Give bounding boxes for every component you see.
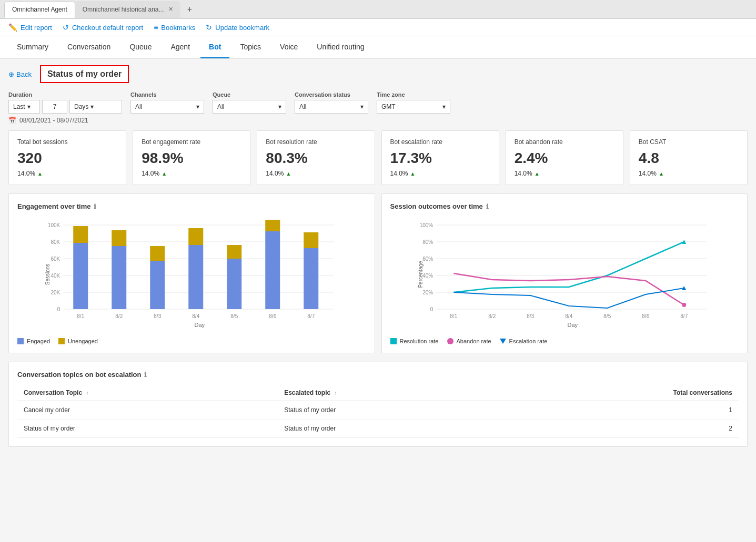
svg-text:40%: 40% bbox=[422, 273, 433, 279]
page-title: Status of my order bbox=[40, 65, 129, 83]
svg-rect-20 bbox=[150, 246, 165, 261]
queue-filter: Queue All ▾ bbox=[213, 91, 286, 114]
chart-legend: Engaged Unengaged bbox=[17, 338, 366, 344]
tab-label: Omnichannel Agent bbox=[12, 6, 67, 13]
svg-text:8/5: 8/5 bbox=[230, 313, 238, 319]
tab-topics[interactable]: Topics bbox=[231, 36, 269, 58]
svg-text:8/5: 8/5 bbox=[603, 313, 611, 319]
close-icon[interactable]: ✕ bbox=[168, 6, 173, 13]
tab-agent[interactable]: Agent bbox=[162, 36, 198, 58]
cell-topic: Cancel my order bbox=[17, 401, 278, 420]
main-content: ⊕ Back Status of my order Duration Last … bbox=[0, 59, 756, 453]
engagement-chart-svg: 100K 80K 60K 40K 20K 0 Sessions bbox=[17, 217, 366, 332]
tab-summary[interactable]: Summary bbox=[8, 36, 57, 58]
browser-tabs: Omnichannel Agent Omnichannel historical… bbox=[0, 0, 756, 19]
col-escalated-topic[interactable]: Escalated topic ↑ bbox=[278, 385, 498, 401]
cell-escalated: Status of my order bbox=[278, 420, 498, 438]
svg-rect-32 bbox=[304, 232, 318, 248]
table-row: Status of my order Status of my order 2 bbox=[17, 420, 739, 438]
legend-color bbox=[17, 338, 24, 344]
trend-up-icon: ▲ bbox=[37, 171, 43, 177]
svg-text:8/7: 8/7 bbox=[307, 313, 315, 319]
kpi-value: 98.9% bbox=[142, 150, 241, 167]
legend-color bbox=[500, 339, 506, 344]
col-conversation-topic[interactable]: Conversation Topic ↑ bbox=[17, 385, 278, 401]
tab-unified-routing[interactable]: Unified routing bbox=[308, 36, 372, 58]
trend-up-icon: ▲ bbox=[286, 171, 291, 177]
date-range-text: 08/01/2021 - 08/07/2021 bbox=[19, 117, 88, 124]
svg-rect-19 bbox=[150, 261, 165, 309]
tab-queue[interactable]: Queue bbox=[121, 36, 160, 58]
bookmarks-button[interactable]: ≡ Bookmarks bbox=[154, 23, 195, 32]
table-title: Conversation topics on bot escalation ℹ bbox=[17, 371, 739, 379]
legend-color bbox=[58, 338, 65, 344]
conv-status-select[interactable]: All ▾ bbox=[295, 100, 368, 114]
edit-report-button[interactable]: ✏️ Edit report bbox=[8, 23, 52, 32]
kpi-value: 80.3% bbox=[266, 150, 366, 167]
checkout-default-button[interactable]: ↺ Checkout default report bbox=[63, 23, 143, 32]
info-icon[interactable]: ℹ bbox=[144, 371, 147, 379]
sort-icon: ↑ bbox=[335, 390, 337, 396]
duration-number-input[interactable]: 7 bbox=[42, 100, 67, 114]
channels-label: Channels bbox=[130, 91, 204, 98]
kpi-change: 14.0% ▲ bbox=[266, 170, 366, 177]
trend-up-icon: ▲ bbox=[535, 171, 540, 177]
kpi-title: Total bot sessions bbox=[17, 138, 117, 146]
info-icon[interactable]: ℹ bbox=[486, 203, 489, 210]
duration-unit-select[interactable]: Days ▾ bbox=[69, 100, 122, 114]
kpi-resolution-rate: Bot resolution rate 80.3% 14.0% ▲ bbox=[257, 130, 375, 185]
tab-historical[interactable]: Omnichannel historical ana... ✕ bbox=[75, 1, 180, 18]
kpi-value: 4.8 bbox=[639, 150, 739, 167]
checkout-label: Checkout default report bbox=[72, 24, 143, 32]
kpi-change: 14.0% ▲ bbox=[390, 170, 490, 177]
sort-icon: ↑ bbox=[86, 390, 88, 396]
svg-text:8/2: 8/2 bbox=[115, 313, 123, 319]
table-section: Conversation topics on bot escalation ℹ … bbox=[8, 362, 748, 447]
update-bookmark-button[interactable]: ↻ Update bookmark bbox=[206, 23, 269, 32]
back-button[interactable]: ⊕ Back bbox=[8, 70, 32, 78]
kpi-row: Total bot sessions 320 14.0% ▲ Bot engag… bbox=[8, 130, 748, 185]
chevron-down-icon: ▾ bbox=[442, 103, 446, 110]
queue-select[interactable]: All ▾ bbox=[213, 100, 286, 114]
svg-text:60K: 60K bbox=[51, 256, 60, 262]
timezone-select[interactable]: GMT ▾ bbox=[377, 100, 450, 114]
svg-text:8/3: 8/3 bbox=[527, 313, 534, 319]
tab-conversation[interactable]: Conversation bbox=[59, 36, 119, 58]
legend-unengaged: Unengaged bbox=[58, 338, 98, 344]
tab-bot[interactable]: Bot bbox=[200, 36, 229, 58]
chevron-down-icon: ▾ bbox=[90, 103, 94, 110]
engagement-chart: Engagement over time ℹ 100K 80K 60K 40K … bbox=[8, 193, 375, 353]
chart-title: Session outcomes over time ℹ bbox=[390, 202, 739, 210]
filters-row: Duration Last ▾ 7 Days ▾ Channels All ▾ bbox=[8, 91, 748, 114]
tab-voice[interactable]: Voice bbox=[271, 36, 306, 58]
session-outcomes-chart: Session outcomes over time ℹ 100% 80% 60… bbox=[381, 193, 748, 353]
session-chart-svg: 100% 80% 60% 40% 20% 0 Percentage 8/1 8/… bbox=[390, 217, 739, 332]
svg-text:8/6: 8/6 bbox=[269, 313, 276, 319]
duration-inputs: Last ▾ 7 Days ▾ bbox=[8, 100, 122, 114]
svg-point-57 bbox=[682, 303, 686, 307]
duration-last-select[interactable]: Last ▾ bbox=[8, 100, 40, 114]
kpi-title: Bot abandon rate bbox=[515, 138, 614, 146]
add-tab-button[interactable]: + bbox=[183, 2, 197, 17]
legend-resolution: Resolution rate bbox=[390, 338, 439, 344]
date-range: 📅 08/01/2021 - 08/07/2021 bbox=[8, 117, 748, 124]
svg-text:0: 0 bbox=[57, 306, 61, 312]
tab-omnichannel-agent[interactable]: Omnichannel Agent bbox=[4, 1, 75, 18]
svg-text:20%: 20% bbox=[422, 290, 433, 295]
info-icon[interactable]: ℹ bbox=[94, 203, 96, 210]
svg-text:60%: 60% bbox=[422, 256, 433, 262]
tab-label: Omnichannel historical ana... bbox=[83, 6, 164, 13]
svg-text:100%: 100% bbox=[419, 222, 433, 228]
svg-text:100K: 100K bbox=[48, 222, 61, 228]
back-title-row: ⊕ Back Status of my order bbox=[8, 65, 748, 83]
duration-filter: Duration Last ▾ 7 Days ▾ bbox=[8, 91, 122, 114]
kpi-value: 320 bbox=[17, 150, 117, 167]
channels-select[interactable]: All ▾ bbox=[130, 100, 204, 114]
legend-color bbox=[447, 338, 453, 344]
edit-icon: ✏️ bbox=[8, 23, 17, 32]
svg-rect-22 bbox=[188, 245, 203, 309]
svg-text:80K: 80K bbox=[51, 239, 60, 245]
calendar-icon: 📅 bbox=[8, 117, 16, 124]
svg-rect-17 bbox=[112, 230, 126, 246]
svg-text:8/1: 8/1 bbox=[450, 313, 457, 319]
